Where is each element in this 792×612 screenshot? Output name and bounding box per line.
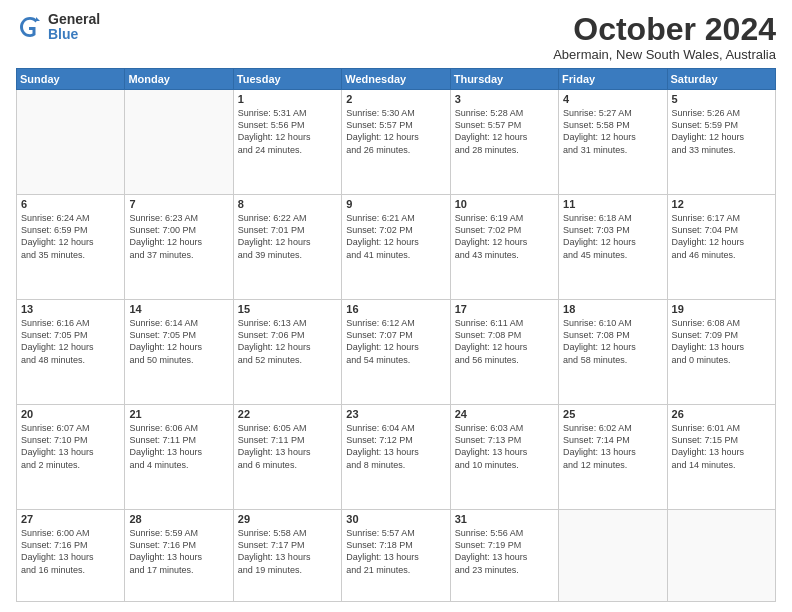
table-row: 27Sunrise: 6:00 AMSunset: 7:16 PMDayligh… <box>17 510 125 602</box>
table-row: 22Sunrise: 6:05 AMSunset: 7:11 PMDayligh… <box>233 405 341 510</box>
day-number: 30 <box>346 513 445 525</box>
table-row: 5Sunrise: 5:26 AMSunset: 5:59 PMDaylight… <box>667 90 775 195</box>
table-row: 25Sunrise: 6:02 AMSunset: 7:14 PMDayligh… <box>559 405 667 510</box>
table-row: 1Sunrise: 5:31 AMSunset: 5:56 PMDaylight… <box>233 90 341 195</box>
logo-text: General Blue <box>48 12 100 43</box>
day-info: Sunrise: 6:02 AMSunset: 7:14 PMDaylight:… <box>563 422 662 471</box>
header-row: Sunday Monday Tuesday Wednesday Thursday… <box>17 69 776 90</box>
table-row: 16Sunrise: 6:12 AMSunset: 7:07 PMDayligh… <box>342 300 450 405</box>
day-number: 18 <box>563 303 662 315</box>
day-number: 16 <box>346 303 445 315</box>
table-row: 7Sunrise: 6:23 AMSunset: 7:00 PMDaylight… <box>125 195 233 300</box>
day-number: 1 <box>238 93 337 105</box>
day-number: 28 <box>129 513 228 525</box>
title-block: October 2024 Abermain, New South Wales, … <box>553 12 776 62</box>
day-number: 22 <box>238 408 337 420</box>
table-row: 2Sunrise: 5:30 AMSunset: 5:57 PMDaylight… <box>342 90 450 195</box>
day-number: 8 <box>238 198 337 210</box>
day-number: 20 <box>21 408 120 420</box>
logo-blue-label: Blue <box>48 27 100 42</box>
day-info: Sunrise: 6:18 AMSunset: 7:03 PMDaylight:… <box>563 212 662 261</box>
col-monday: Monday <box>125 69 233 90</box>
table-row: 21Sunrise: 6:06 AMSunset: 7:11 PMDayligh… <box>125 405 233 510</box>
table-row: 9Sunrise: 6:21 AMSunset: 7:02 PMDaylight… <box>342 195 450 300</box>
day-number: 19 <box>672 303 771 315</box>
table-row <box>559 510 667 602</box>
page: General Blue October 2024 Abermain, New … <box>0 0 792 612</box>
day-number: 23 <box>346 408 445 420</box>
table-row: 31Sunrise: 5:56 AMSunset: 7:19 PMDayligh… <box>450 510 558 602</box>
day-info: Sunrise: 6:00 AMSunset: 7:16 PMDaylight:… <box>21 527 120 576</box>
table-row: 20Sunrise: 6:07 AMSunset: 7:10 PMDayligh… <box>17 405 125 510</box>
month-title: October 2024 <box>553 12 776 47</box>
day-info: Sunrise: 6:11 AMSunset: 7:08 PMDaylight:… <box>455 317 554 366</box>
table-row <box>667 510 775 602</box>
day-number: 27 <box>21 513 120 525</box>
day-info: Sunrise: 6:06 AMSunset: 7:11 PMDaylight:… <box>129 422 228 471</box>
col-tuesday: Tuesday <box>233 69 341 90</box>
day-number: 4 <box>563 93 662 105</box>
day-info: Sunrise: 5:59 AMSunset: 7:16 PMDaylight:… <box>129 527 228 576</box>
table-row <box>17 90 125 195</box>
table-row: 17Sunrise: 6:11 AMSunset: 7:08 PMDayligh… <box>450 300 558 405</box>
table-row: 24Sunrise: 6:03 AMSunset: 7:13 PMDayligh… <box>450 405 558 510</box>
day-info: Sunrise: 5:30 AMSunset: 5:57 PMDaylight:… <box>346 107 445 156</box>
day-info: Sunrise: 6:10 AMSunset: 7:08 PMDaylight:… <box>563 317 662 366</box>
day-number: 10 <box>455 198 554 210</box>
day-number: 12 <box>672 198 771 210</box>
col-sunday: Sunday <box>17 69 125 90</box>
day-number: 9 <box>346 198 445 210</box>
day-info: Sunrise: 6:19 AMSunset: 7:02 PMDaylight:… <box>455 212 554 261</box>
day-number: 29 <box>238 513 337 525</box>
day-number: 26 <box>672 408 771 420</box>
col-wednesday: Wednesday <box>342 69 450 90</box>
day-info: Sunrise: 6:17 AMSunset: 7:04 PMDaylight:… <box>672 212 771 261</box>
col-saturday: Saturday <box>667 69 775 90</box>
day-info: Sunrise: 6:14 AMSunset: 7:05 PMDaylight:… <box>129 317 228 366</box>
day-number: 7 <box>129 198 228 210</box>
day-info: Sunrise: 6:08 AMSunset: 7:09 PMDaylight:… <box>672 317 771 366</box>
day-info: Sunrise: 5:57 AMSunset: 7:18 PMDaylight:… <box>346 527 445 576</box>
col-thursday: Thursday <box>450 69 558 90</box>
table-row: 11Sunrise: 6:18 AMSunset: 7:03 PMDayligh… <box>559 195 667 300</box>
day-number: 24 <box>455 408 554 420</box>
day-info: Sunrise: 6:23 AMSunset: 7:00 PMDaylight:… <box>129 212 228 261</box>
day-info: Sunrise: 6:04 AMSunset: 7:12 PMDaylight:… <box>346 422 445 471</box>
logo-icon <box>16 13 44 41</box>
day-info: Sunrise: 6:13 AMSunset: 7:06 PMDaylight:… <box>238 317 337 366</box>
table-row: 29Sunrise: 5:58 AMSunset: 7:17 PMDayligh… <box>233 510 341 602</box>
day-number: 15 <box>238 303 337 315</box>
day-info: Sunrise: 5:28 AMSunset: 5:57 PMDaylight:… <box>455 107 554 156</box>
day-info: Sunrise: 6:07 AMSunset: 7:10 PMDaylight:… <box>21 422 120 471</box>
day-info: Sunrise: 6:03 AMSunset: 7:13 PMDaylight:… <box>455 422 554 471</box>
table-row: 3Sunrise: 5:28 AMSunset: 5:57 PMDaylight… <box>450 90 558 195</box>
table-row: 15Sunrise: 6:13 AMSunset: 7:06 PMDayligh… <box>233 300 341 405</box>
day-number: 17 <box>455 303 554 315</box>
table-row: 14Sunrise: 6:14 AMSunset: 7:05 PMDayligh… <box>125 300 233 405</box>
day-number: 31 <box>455 513 554 525</box>
table-row: 26Sunrise: 6:01 AMSunset: 7:15 PMDayligh… <box>667 405 775 510</box>
table-row <box>125 90 233 195</box>
day-number: 14 <box>129 303 228 315</box>
day-number: 21 <box>129 408 228 420</box>
calendar-table: Sunday Monday Tuesday Wednesday Thursday… <box>16 68 776 602</box>
day-info: Sunrise: 6:12 AMSunset: 7:07 PMDaylight:… <box>346 317 445 366</box>
table-row: 19Sunrise: 6:08 AMSunset: 7:09 PMDayligh… <box>667 300 775 405</box>
location-subtitle: Abermain, New South Wales, Australia <box>553 47 776 62</box>
day-info: Sunrise: 5:56 AMSunset: 7:19 PMDaylight:… <box>455 527 554 576</box>
day-number: 3 <box>455 93 554 105</box>
logo: General Blue <box>16 12 100 43</box>
calendar-body: 1Sunrise: 5:31 AMSunset: 5:56 PMDaylight… <box>17 90 776 602</box>
day-number: 6 <box>21 198 120 210</box>
table-row: 30Sunrise: 5:57 AMSunset: 7:18 PMDayligh… <box>342 510 450 602</box>
table-row: 18Sunrise: 6:10 AMSunset: 7:08 PMDayligh… <box>559 300 667 405</box>
day-number: 25 <box>563 408 662 420</box>
header: General Blue October 2024 Abermain, New … <box>16 12 776 62</box>
table-row: 23Sunrise: 6:04 AMSunset: 7:12 PMDayligh… <box>342 405 450 510</box>
day-number: 11 <box>563 198 662 210</box>
day-info: Sunrise: 6:21 AMSunset: 7:02 PMDaylight:… <box>346 212 445 261</box>
day-info: Sunrise: 5:31 AMSunset: 5:56 PMDaylight:… <box>238 107 337 156</box>
table-row: 10Sunrise: 6:19 AMSunset: 7:02 PMDayligh… <box>450 195 558 300</box>
table-row: 28Sunrise: 5:59 AMSunset: 7:16 PMDayligh… <box>125 510 233 602</box>
col-friday: Friday <box>559 69 667 90</box>
